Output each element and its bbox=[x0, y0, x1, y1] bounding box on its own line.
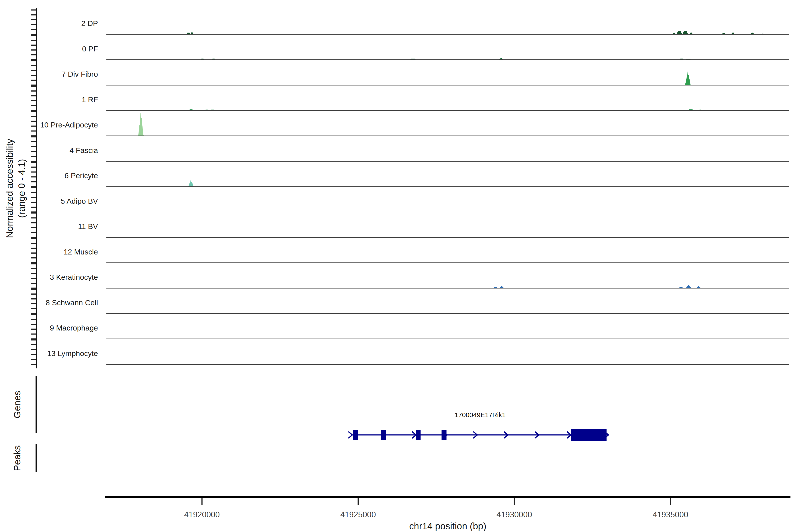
gene-exon bbox=[571, 429, 607, 441]
track-label: 9 Macrophage bbox=[50, 324, 98, 332]
gene-name-label: 1700049E17Rik1 bbox=[455, 411, 506, 418]
track-label: 13 Lymphocyte bbox=[47, 349, 98, 358]
signal-peak bbox=[683, 31, 688, 34]
track-label: 3 Keratinocyte bbox=[50, 273, 98, 281]
gene-model bbox=[348, 429, 608, 441]
signal-peak bbox=[190, 32, 193, 34]
signal-peak bbox=[686, 285, 691, 288]
strand-arrow-icon bbox=[348, 432, 352, 438]
track-row bbox=[685, 71, 691, 85]
peaks-section-label: Peaks bbox=[12, 445, 22, 471]
gene-exon bbox=[441, 430, 446, 440]
track-label: 12 Muscle bbox=[64, 248, 98, 256]
signal-peak bbox=[677, 31, 682, 34]
signal-tracks bbox=[138, 31, 764, 288]
track-ruler-axis bbox=[31, 8, 36, 368]
track-label: 10 Pre-Adipocyte bbox=[40, 120, 98, 129]
x-axis-tick-label: 41935000 bbox=[653, 510, 688, 519]
x-axis-title: chr14 position (bp) bbox=[409, 521, 486, 531]
track-label: 11 BV bbox=[78, 222, 98, 230]
gene-exon bbox=[353, 430, 358, 440]
genes-section-label: Genes bbox=[12, 391, 22, 418]
genome-track-figure: Normalized accessibility (range 0 - 4.1)… bbox=[0, 0, 798, 532]
track-labels: 2 DP0 PF7 Div Fibro1 RF10 Pre-Adipocyte4… bbox=[40, 19, 98, 358]
x-axis-tick-label: 41920000 bbox=[184, 510, 220, 519]
track-label: 6 Pericyte bbox=[64, 171, 98, 180]
genome-track-plot: Normalized accessibility (range 0 - 4.1)… bbox=[0, 0, 798, 532]
track-label: 8 Schwann Cell bbox=[46, 298, 98, 307]
x-axis-tick-label: 41930000 bbox=[496, 510, 532, 519]
y-axis-title-line1: Normalized accessibility bbox=[4, 139, 15, 238]
y-axis-title-line2: (range 0 - 4.1) bbox=[16, 159, 27, 218]
track-label: 4 Fascia bbox=[70, 146, 98, 154]
track-label: 7 Div Fibro bbox=[62, 70, 98, 78]
track-row bbox=[188, 180, 194, 187]
track-row bbox=[494, 285, 701, 288]
track-row bbox=[187, 31, 764, 34]
x-axis: 41920000419250004193000041935000 bbox=[104, 497, 791, 519]
track-label: 1 RF bbox=[81, 95, 98, 104]
track-label: 0 PF bbox=[82, 44, 98, 53]
track-label: 2 DP bbox=[81, 19, 98, 27]
gene-exon bbox=[416, 430, 421, 440]
track-label: 5 Adipo BV bbox=[61, 197, 98, 205]
x-axis-tick-label: 41925000 bbox=[341, 510, 376, 519]
track-row bbox=[138, 113, 144, 136]
gene-exon bbox=[381, 430, 386, 440]
